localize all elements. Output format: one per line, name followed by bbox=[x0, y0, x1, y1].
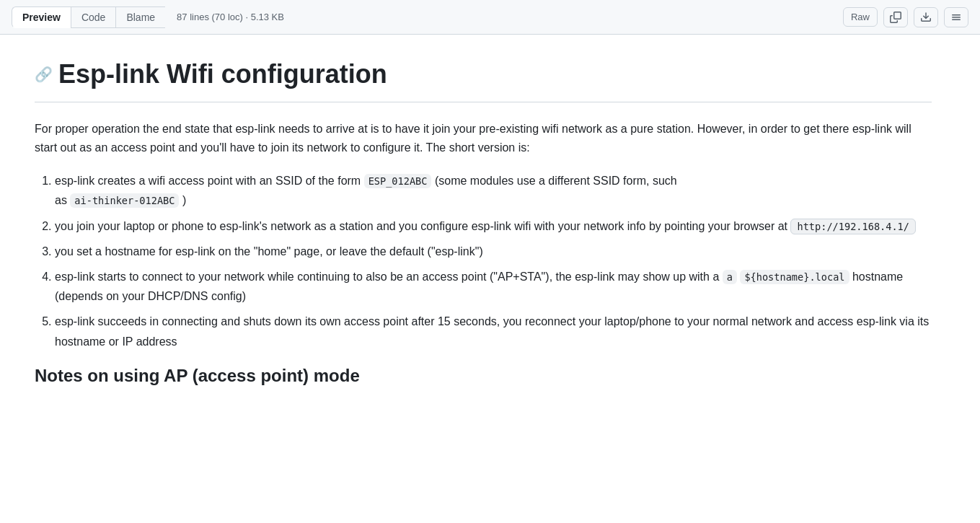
list-item: you set a hostname for esp-link on the "… bbox=[55, 242, 932, 261]
tab-code[interactable]: Code bbox=[71, 6, 115, 28]
lines-button[interactable] bbox=[944, 7, 968, 27]
anchor-link[interactable]: 🔗 bbox=[35, 66, 53, 83]
code-ai-thinker: ai-thinker-012ABC bbox=[70, 193, 179, 208]
list-item: esp-link creates a wifi access point wit… bbox=[55, 171, 932, 210]
tab-preview[interactable]: Preview bbox=[12, 6, 71, 28]
copy-button[interactable] bbox=[883, 7, 908, 27]
step-3-content: you set a hostname for esp-link on the "… bbox=[55, 242, 932, 261]
steps-list: esp-link creates a wifi access point wit… bbox=[55, 171, 932, 351]
download-icon bbox=[920, 12, 932, 23]
code-url: http://192.168.4.1/ bbox=[790, 219, 916, 234]
step-5-content: esp-link succeeds in connecting and shut… bbox=[55, 312, 932, 351]
list-item: esp-link succeeds in connecting and shut… bbox=[55, 312, 932, 351]
copy-icon bbox=[890, 12, 901, 23]
step-1-content: esp-link creates a wifi access point wit… bbox=[55, 171, 932, 210]
toolbar: Preview Code Blame 87 lines (70 loc) · 5… bbox=[0, 0, 980, 35]
list-item: esp-link starts to connect to your netwo… bbox=[55, 267, 932, 306]
tab-blame[interactable]: Blame bbox=[115, 6, 165, 28]
list-item: you join your laptop or phone to esp-lin… bbox=[55, 216, 932, 236]
lines-icon bbox=[950, 12, 962, 23]
download-button[interactable] bbox=[914, 7, 938, 27]
file-info: 87 lines (70 loc) · 5.13 KB bbox=[177, 12, 284, 22]
raw-button[interactable]: Raw bbox=[843, 7, 878, 27]
step-4-content: esp-link starts to connect to your netwo… bbox=[55, 267, 932, 306]
toolbar-left: Preview Code Blame 87 lines (70 loc) · 5… bbox=[12, 6, 284, 28]
code-hostname-local: ${hostname}.local bbox=[740, 270, 849, 284]
toolbar-right: Raw bbox=[843, 7, 968, 27]
heading-wrapper: 🔗 Esp-link Wifi configuration bbox=[35, 58, 932, 90]
page-title: Esp-link Wifi configuration bbox=[58, 58, 387, 90]
code-a: a bbox=[723, 270, 737, 284]
step-2-content: you join your laptop or phone to esp-lin… bbox=[55, 216, 932, 236]
title-divider bbox=[35, 102, 932, 102]
content-area: 🔗 Esp-link Wifi configuration For proper… bbox=[0, 35, 966, 409]
intro-paragraph: For proper operation the end state that … bbox=[35, 120, 932, 157]
code-esp012abc: ESP_012ABC bbox=[364, 174, 432, 188]
section2-title: Notes on using AP (access point) mode bbox=[35, 366, 932, 386]
